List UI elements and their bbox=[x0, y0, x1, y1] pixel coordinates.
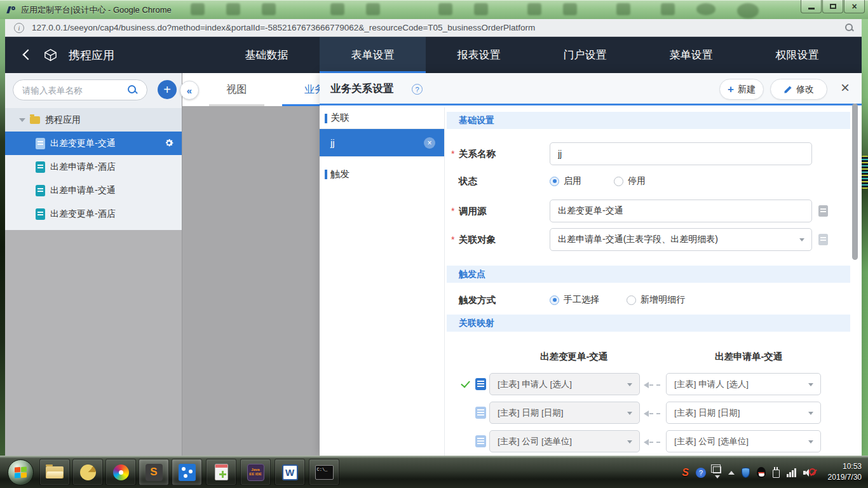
tree-item[interactable]: 出差申请单-酒店 bbox=[5, 155, 182, 179]
status-option-disabled[interactable]: 停用 bbox=[614, 175, 646, 187]
taskbar-sublime[interactable]: S bbox=[139, 459, 169, 485]
desktop-blob bbox=[737, 3, 759, 18]
close-button[interactable]: × bbox=[844, 0, 865, 13]
volume-muted-icon[interactable] bbox=[803, 467, 816, 478]
cmd-icon: C:\_ bbox=[315, 465, 334, 480]
relation-item-jj[interactable]: jj × bbox=[320, 129, 444, 157]
taskbar-clock[interactable]: 10:53 2019/7/30 bbox=[828, 461, 862, 484]
help-tray-icon[interactable]: ? bbox=[696, 468, 706, 478]
delete-relation-icon[interactable]: × bbox=[424, 137, 435, 149]
back-icon[interactable] bbox=[23, 50, 34, 60]
panel-scrollbar-thumb[interactable] bbox=[852, 104, 858, 260]
taskbar-word[interactable]: W bbox=[275, 459, 305, 485]
maximize-button[interactable] bbox=[822, 0, 843, 13]
arrow-left-icon bbox=[644, 382, 660, 388]
nav-tab-base-data[interactable]: 基础数据 bbox=[214, 37, 320, 73]
taskbar-browser[interactable] bbox=[105, 459, 136, 485]
form-field-icon bbox=[475, 407, 486, 419]
tree-item-label: 出差申请单-交通 bbox=[50, 185, 116, 196]
panel-close-icon[interactable]: × bbox=[841, 80, 850, 95]
desktop-edge-left bbox=[0, 19, 5, 456]
relation-target-select[interactable]: 出差申请单-交通(主表字段、出差明细表) bbox=[550, 228, 812, 251]
taskbar-share-app[interactable] bbox=[172, 459, 202, 485]
trigger-option-new-row[interactable]: 新增明细行 bbox=[627, 294, 685, 306]
status-option-enabled[interactable]: 启用 bbox=[550, 175, 581, 187]
radio-selected-icon bbox=[550, 295, 559, 305]
nav-tab-form-settings[interactable]: 表单设置 bbox=[320, 37, 426, 73]
search-icon[interactable] bbox=[128, 85, 138, 95]
new-button[interactable]: + 新建 bbox=[719, 79, 764, 100]
business-relation-panel: 业务关系设置 ? + 新建 修改 × 关联 jj × 触发 bbox=[320, 73, 862, 456]
maximize-icon bbox=[830, 4, 836, 9]
taskbar-cmd[interactable]: C:\_ bbox=[309, 459, 339, 485]
page-info-icon[interactable]: i bbox=[14, 23, 24, 33]
tree-item[interactable]: 出差申请单-交通 bbox=[5, 179, 182, 202]
tree-item-selected[interactable]: 出差变更单-交通 bbox=[5, 132, 182, 155]
tree-item[interactable]: 出差变更单-酒店 bbox=[5, 202, 182, 226]
panel-header: 业务关系设置 ? + 新建 修改 × bbox=[320, 73, 862, 105]
folder-icon bbox=[30, 116, 40, 124]
close-icon: × bbox=[851, 2, 857, 11]
nav-tab-report-settings[interactable]: 报表设置 bbox=[426, 37, 532, 73]
form-picker-icon[interactable] bbox=[818, 234, 828, 245]
desktop-blob bbox=[330, 3, 344, 15]
windows-flag-icon bbox=[15, 466, 27, 478]
mapping-right-select[interactable]: [主表] 公司 [选单位] bbox=[666, 430, 821, 452]
call-source-input[interactable] bbox=[550, 200, 812, 222]
network-signal-icon[interactable] bbox=[787, 468, 796, 477]
group-trigger[interactable]: 触发 bbox=[320, 163, 444, 185]
form-picker-icon[interactable] bbox=[818, 205, 828, 217]
add-form-button[interactable]: + bbox=[158, 80, 177, 99]
page-zoom-icon[interactable] bbox=[845, 24, 854, 32]
nav-tabs: 基础数据 表单设置 报表设置 门户设置 菜单设置 权限设置 bbox=[214, 37, 850, 73]
group-relation[interactable]: 关联 bbox=[320, 107, 444, 129]
address-bar[interactable]: 127.0.0.1/seeyon/cap4/business.do?method… bbox=[32, 23, 535, 32]
taskbar-javaee-ide[interactable]: Java EE IDE bbox=[240, 459, 271, 485]
nav-tab-portal-settings[interactable]: 门户设置 bbox=[532, 37, 638, 73]
tree-folder[interactable]: 携程应用 bbox=[5, 108, 182, 132]
field-source-row: * 调用源 bbox=[445, 199, 862, 223]
notepadpp-icon bbox=[215, 464, 228, 480]
nav-tab-permission-settings[interactable]: 权限设置 bbox=[744, 37, 850, 73]
browser-toolbar: i 127.0.0.1/seeyon/cap4/business.do?meth… bbox=[5, 19, 862, 37]
desktop-blob bbox=[226, 3, 240, 15]
form-field-icon bbox=[475, 435, 486, 447]
canvas-tabs: 视图 业务 bbox=[182, 73, 320, 106]
mapping-right-select[interactable]: [主表] 申请人 [选人] bbox=[666, 373, 821, 395]
section-mapping: 关联映射 bbox=[447, 315, 850, 332]
gear-icon[interactable] bbox=[164, 138, 174, 150]
collapse-sidebar-button[interactable]: « bbox=[180, 81, 199, 100]
mapping-left-select[interactable]: [主表] 申请人 [选人] bbox=[489, 373, 640, 395]
taskbar-explorer[interactable] bbox=[39, 459, 70, 485]
usb-device-icon[interactable] bbox=[773, 470, 780, 478]
mapping-row: [主表] 申请人 [选人] [主表] 申请人 [选人] bbox=[445, 373, 862, 396]
chevron-down-icon bbox=[627, 412, 632, 415]
screen: 应用定制平台|设计中心 - Google Chrome × i 127.0.0.… bbox=[0, 0, 868, 488]
hidden-icons-arrow[interactable] bbox=[728, 471, 735, 475]
mapping-right-select[interactable]: [主表] 日期 [日期] bbox=[666, 402, 821, 424]
security-shield-icon[interactable] bbox=[742, 468, 750, 478]
relation-name-input[interactable] bbox=[550, 142, 812, 165]
window-restore-tray-icon[interactable] bbox=[713, 466, 721, 478]
taskbar-navicat[interactable] bbox=[72, 459, 103, 485]
expander-icon[interactable] bbox=[19, 118, 25, 122]
qq-icon[interactable] bbox=[757, 467, 766, 478]
modify-button[interactable]: 修改 bbox=[770, 79, 827, 100]
tab-business[interactable]: 业务 bbox=[280, 73, 320, 106]
minimize-button[interactable] bbox=[801, 0, 822, 13]
start-button[interactable] bbox=[8, 459, 34, 485]
nav-tab-menu-settings[interactable]: 菜单设置 bbox=[638, 37, 744, 73]
search-input[interactable] bbox=[22, 83, 118, 97]
pen-icon bbox=[783, 85, 792, 94]
mapping-left-select[interactable]: [主表] 公司 [选单位] bbox=[489, 430, 640, 452]
chevron-down-icon bbox=[627, 383, 632, 386]
javaee-ide-icon: Java EE IDE bbox=[247, 464, 264, 481]
taskbar-notepadpp[interactable] bbox=[206, 459, 236, 485]
help-icon[interactable]: ? bbox=[412, 84, 423, 95]
minimize-icon bbox=[808, 8, 815, 10]
tab-view[interactable]: 视图 bbox=[207, 73, 267, 106]
trigger-option-manual[interactable]: 手工选择 bbox=[550, 294, 599, 306]
form-search-box[interactable] bbox=[13, 79, 147, 100]
sogou-tray-icon[interactable]: S bbox=[682, 467, 689, 478]
mapping-left-select[interactable]: [主表] 日期 [日期] bbox=[489, 402, 640, 424]
